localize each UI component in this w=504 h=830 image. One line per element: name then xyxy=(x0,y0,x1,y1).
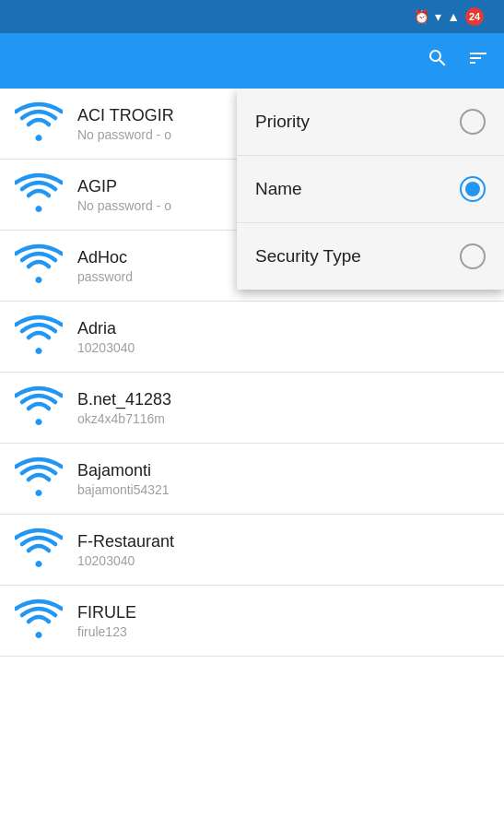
wifi-icon xyxy=(15,172,63,217)
wifi-status-icon: ▾ xyxy=(435,9,441,24)
wifi-password: password xyxy=(77,269,133,284)
wifi-list-item[interactable]: F-Restaurant 10203040 xyxy=(0,515,504,586)
wifi-list-item[interactable]: Bajamonti bajamonti54321 xyxy=(0,444,504,515)
content-area: ACI TROGIR No password - o AGIP No passw… xyxy=(0,89,504,830)
radio-unselected xyxy=(460,243,486,269)
wifi-password: okz4x4b7116m xyxy=(77,411,171,426)
wifi-password: 10203040 xyxy=(77,553,174,568)
wifi-name: F-Restaurant xyxy=(77,532,174,551)
wifi-password: firule123 xyxy=(77,624,136,639)
app-bar-actions xyxy=(427,47,489,75)
radio-selected xyxy=(460,176,486,202)
wifi-info: ACI TROGIR No password - o xyxy=(77,106,174,142)
wifi-list-item[interactable]: FIRULE firule123 xyxy=(0,586,504,657)
notification-badge: 24 xyxy=(465,7,484,26)
wifi-list-item[interactable]: Adria 10203040 xyxy=(0,302,504,373)
wifi-icon xyxy=(15,314,63,359)
wifi-name: ACI TROGIR xyxy=(77,106,174,125)
wifi-info: Adria 10203040 xyxy=(77,319,135,355)
wifi-name: AGIP xyxy=(77,177,171,196)
wifi-list-item[interactable]: B.net_41283 okz4x4b7116m xyxy=(0,373,504,444)
status-icons: ⏰ ▾ ▲ 24 xyxy=(414,7,493,26)
wifi-name: FIRULE xyxy=(77,603,136,622)
wifi-name: B.net_41283 xyxy=(77,390,171,409)
wifi-info: F-Restaurant 10203040 xyxy=(77,532,174,568)
wifi-password: 10203040 xyxy=(77,340,135,355)
wifi-name: AdHoc xyxy=(77,248,133,267)
wifi-icon xyxy=(15,528,63,572)
app-bar xyxy=(0,33,504,89)
sort-dropdown: Priority Name Security Type xyxy=(237,89,504,290)
wifi-password: bajamonti54321 xyxy=(77,482,170,497)
filter-icon[interactable] xyxy=(467,47,489,75)
search-icon[interactable] xyxy=(427,47,449,75)
sort-option-label: Name xyxy=(255,179,302,199)
radio-unselected xyxy=(460,109,486,135)
sort-option-name[interactable]: Name xyxy=(237,156,504,223)
sort-option-label: Priority xyxy=(255,112,310,132)
wifi-info: B.net_41283 okz4x4b7116m xyxy=(77,390,171,426)
alarm-icon: ⏰ xyxy=(414,9,429,24)
wifi-password: No password - o xyxy=(77,127,174,142)
sort-option-priority[interactable]: Priority xyxy=(237,89,504,156)
signal-icon: ▲ xyxy=(447,9,460,24)
wifi-icon xyxy=(15,101,63,146)
wifi-info: AGIP No password - o xyxy=(77,177,171,213)
wifi-info: Bajamonti bajamonti54321 xyxy=(77,461,170,497)
wifi-icon xyxy=(15,243,63,288)
wifi-icon xyxy=(15,599,63,643)
sort-option-security-type[interactable]: Security Type xyxy=(237,223,504,290)
status-bar: ⏰ ▾ ▲ 24 xyxy=(0,0,504,33)
wifi-name: Bajamonti xyxy=(77,461,170,480)
wifi-icon xyxy=(15,385,63,430)
wifi-name: Adria xyxy=(77,319,135,338)
wifi-password: No password - o xyxy=(77,198,171,213)
wifi-info: FIRULE firule123 xyxy=(77,603,136,639)
wifi-info: AdHoc password xyxy=(77,248,133,284)
sort-option-label: Security Type xyxy=(255,246,361,267)
wifi-icon xyxy=(15,456,63,501)
